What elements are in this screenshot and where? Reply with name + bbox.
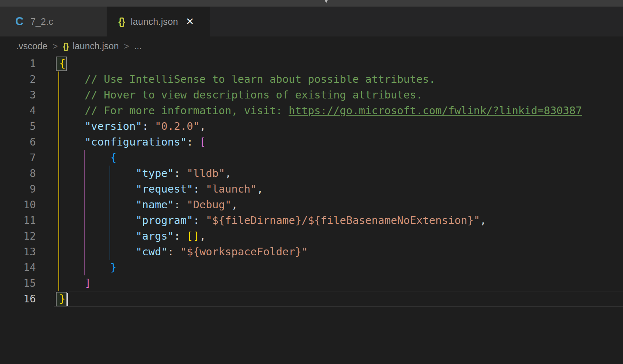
line-number[interactable]: 3 [0, 87, 47, 103]
code-token [59, 198, 136, 211]
code-token: : [174, 198, 187, 211]
code-line[interactable]: 9 "request": "launch", [0, 181, 623, 197]
code-token: : [174, 230, 187, 242]
code-token: ] [85, 277, 91, 289]
tab-launch-json[interactable]: {} launch.json ✕ [107, 7, 210, 36]
code-token: "cwd" [136, 245, 168, 258]
breadcrumb: .vscode > {} launch.json > ... [0, 36, 623, 56]
line-number[interactable]: 14 [0, 260, 47, 275]
code-token: "launch" [206, 183, 257, 195]
code-line[interactable]: 11 "program": "${fileDirname}/${fileBase… [0, 213, 623, 228]
code-line[interactable]: 3 // Hover to view descriptions of exist… [0, 87, 623, 103]
code-text: "program": "${fileDirname}/${fileBasenam… [59, 213, 486, 228]
code-token: "program" [136, 214, 193, 226]
code-line[interactable]: 10 "name": "Debug", [0, 197, 623, 213]
code-token: , [480, 214, 486, 226]
code-line[interactable]: 5 "version": "0.2.0", [0, 119, 623, 134]
code-token: : [193, 183, 206, 195]
code-text: } [59, 291, 65, 307]
code-text: { [59, 56, 65, 71]
breadcrumb-folder[interactable]: .vscode [16, 41, 47, 51]
code-line[interactable]: 15 ] [0, 275, 623, 291]
comment-link[interactable]: https://go.microsoft.com/fwlink/?linkid=… [289, 104, 582, 117]
code-token: "version" [85, 120, 142, 132]
line-number[interactable]: 8 [0, 166, 47, 181]
line-number[interactable]: 6 [0, 134, 47, 150]
code-text: ] [59, 275, 91, 291]
code-token: : [174, 167, 187, 179]
code-token: { [110, 151, 116, 164]
line-number[interactable]: 16 [0, 291, 47, 307]
line-number[interactable]: 13 [0, 244, 47, 260]
code-token [59, 167, 136, 179]
code-token: [] [187, 230, 199, 242]
json-file-icon: {} [118, 16, 125, 27]
code-line[interactable]: 7 { [0, 150, 623, 166]
code-text: "name": "Debug", [59, 197, 238, 213]
code-line[interactable]: 8 "type": "lldb", [0, 166, 623, 181]
code-token: : [187, 136, 199, 148]
code-token: "type" [136, 167, 174, 179]
json-file-icon: {} [63, 41, 68, 51]
code-line[interactable]: 6 "configurations": [ [0, 134, 623, 150]
code-token [59, 120, 85, 132]
code-token: } [59, 293, 65, 305]
code-token: "0.2.0" [155, 120, 199, 132]
code-text: // Hover to view descriptions of existin… [59, 87, 423, 103]
line-number[interactable]: 11 [0, 213, 47, 228]
breadcrumb-file[interactable]: launch.json [73, 41, 119, 51]
code-text: "cwd": "${workspaceFolder}" [59, 244, 308, 260]
chevron-right-icon: > [124, 41, 129, 51]
code-token [59, 214, 136, 226]
code-token: "Debug" [187, 198, 231, 211]
line-number[interactable]: 7 [0, 150, 47, 166]
code-line[interactable]: 2 // Use IntelliSense to learn about pos… [0, 71, 623, 87]
code-text: // Use IntelliSense to learn about possi… [59, 71, 435, 87]
line-number[interactable]: 2 [0, 71, 47, 87]
code-token: "${workspaceFolder}" [180, 245, 308, 258]
code-line[interactable]: 13 "cwd": "${workspaceFolder}" [0, 244, 623, 260]
tab-label: 7_2.c [30, 16, 53, 27]
code-text: // For more information, visit: https://… [59, 103, 582, 119]
code-line[interactable]: 12 "args": [], [0, 228, 623, 244]
mouse-pointer-tip [324, 0, 328, 3]
code-line[interactable]: 1{ [0, 56, 623, 71]
c-file-icon: C [15, 15, 23, 28]
line-number[interactable]: 1 [0, 56, 47, 71]
code-token: "lldb" [187, 167, 225, 179]
code-token: : [193, 214, 206, 226]
code-token: : [168, 245, 180, 258]
code-token: "configurations" [85, 136, 187, 148]
line-number[interactable]: 10 [0, 197, 47, 213]
code-text: { [59, 150, 116, 166]
code-editor[interactable]: 1{2 // Use IntelliSense to learn about p… [0, 56, 623, 364]
breadcrumb-symbol-tail[interactable]: ... [134, 41, 142, 51]
code-text: "request": "launch", [59, 181, 263, 197]
line-number[interactable]: 9 [0, 181, 47, 197]
code-line[interactable]: 14 } [0, 260, 623, 275]
code-token: , [225, 167, 231, 179]
close-icon[interactable]: ✕ [186, 16, 194, 27]
code-token: "${fileDirname}/${fileBasenameNoExtensio… [206, 214, 480, 226]
code-token: // Use IntelliSense to learn about possi… [59, 73, 435, 85]
code-token [59, 183, 136, 195]
code-text: "version": "0.2.0", [59, 119, 206, 134]
line-number[interactable]: 12 [0, 228, 47, 244]
line-number[interactable]: 4 [0, 103, 47, 119]
code-token: "name" [136, 198, 174, 211]
line-number[interactable]: 5 [0, 119, 47, 134]
code-token [59, 151, 110, 164]
code-token: } [110, 261, 116, 274]
code-line[interactable]: 16} [0, 291, 623, 307]
line-number[interactable]: 15 [0, 275, 47, 291]
code-line[interactable]: 4 // For more information, visit: https:… [0, 103, 623, 119]
code-token: [ [199, 136, 206, 148]
code-token [59, 245, 136, 258]
code-text: "args": [], [59, 228, 206, 244]
tab-bar: C 7_2.c {} launch.json ✕ [0, 7, 623, 36]
code-token: "request" [136, 183, 193, 195]
code-text: "configurations": [ [59, 134, 206, 150]
code-text: } [59, 260, 116, 275]
tab-7-2-c[interactable]: C 7_2.c [0, 7, 107, 36]
code-token: , [231, 198, 237, 211]
